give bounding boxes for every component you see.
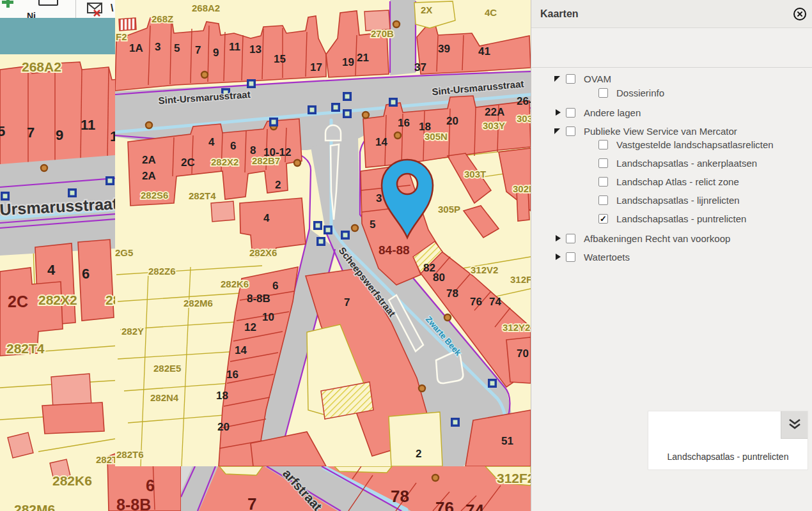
house-number-label: 10-12: [263, 146, 291, 158]
add-icon[interactable]: [1, 0, 14, 8]
parcel-code-label: 282T4: [189, 190, 216, 201]
layer-checkbox[interactable]: [598, 177, 608, 187]
survey-point-dot: [394, 132, 401, 139]
layer-label: Landschapsatlas - lijnrelicten: [616, 195, 740, 206]
parcel-code-label: 282K6: [52, 473, 92, 488]
parcel-code-label: 282Y: [121, 326, 144, 337]
layer-checkbox[interactable]: [598, 140, 608, 149]
house-number-label: 17: [310, 61, 322, 73]
house-number-label: 5: [370, 218, 375, 231]
parcel-code-label: 4C: [485, 7, 497, 18]
house-number-label: 78: [446, 287, 458, 300]
parcel-code-label: 282X2: [211, 156, 238, 167]
layer-tree-item[interactable]: Vastgestelde landschapsatlasrelicten: [598, 137, 774, 151]
panel-title: Kaarten: [540, 8, 579, 20]
survey-point-dot: [432, 475, 439, 481]
house-number-label: 4: [263, 212, 270, 224]
toolbar-divider: [75, 0, 76, 18]
layer-label: Landschap Atlas - relict zone: [616, 176, 739, 187]
map-viewport[interactable]: 268A2579111Ursmarusstraat462C282X228282T…: [0, 0, 531, 511]
close-icon[interactable]: [793, 7, 807, 21]
house-number-label: 74: [489, 296, 501, 308]
survey-point-dot: [363, 112, 369, 118]
survey-point-dot: [419, 385, 425, 392]
point-relict-marker[interactable]: [269, 118, 278, 126]
house-number-label: 2A: [142, 170, 156, 182]
point-relict-marker[interactable]: [316, 237, 325, 246]
house-number-label: 3: [376, 192, 382, 204]
mail-remove-icon[interactable]: [87, 1, 107, 18]
layer-checkbox[interactable]: [566, 108, 575, 118]
house-number-label: 84-88: [379, 243, 410, 257]
house-number-label: 2A: [142, 154, 156, 166]
parcel-code-label: 2X: [421, 4, 432, 15]
layer-tree-item[interactable]: OVAM: [554, 72, 611, 86]
house-number-label: 11: [81, 117, 95, 133]
tree-expand-arrow-icon[interactable]: [554, 234, 562, 242]
parcel-code-label: 282Z6: [148, 266, 176, 277]
rectangle-tool-icon[interactable]: [38, 0, 58, 6]
house-number-label: 8-8B: [247, 293, 270, 305]
survey-point-dot: [352, 225, 358, 231]
layer-tree-item[interactable]: Publieke View Service van Mercator: [554, 124, 737, 138]
house-number-label: 7: [344, 296, 350, 309]
tree-expand-arrow-icon[interactable]: [554, 109, 562, 116]
parcel-code-label: 282M6: [14, 502, 55, 511]
parcel-code-label: 312Y2: [503, 322, 530, 333]
survey-point-dot: [294, 160, 301, 166]
house-number-label: 6: [82, 266, 90, 282]
layer-tree-item[interactable]: Afbakeningen Recht van voorkoop: [554, 231, 730, 245]
layer-tree-item[interactable]: ✓Landschapsatlas - puntrelicten: [598, 211, 746, 225]
parcel-code-label: 268A2: [22, 59, 61, 74]
house-number-label: 18: [216, 390, 228, 402]
point-relict-marker[interactable]: [1, 192, 10, 201]
point-relict-marker[interactable]: [247, 79, 256, 88]
map-tile-bottom[interactable]: 7arfstraat787674312F2: [181, 466, 531, 511]
map-tile-main[interactable]: F2268Z268A2270B2X4C303Y303K305N303T302D3…: [115, 0, 531, 466]
point-relict-marker[interactable]: [313, 221, 322, 230]
tree-expand-arrow-icon[interactable]: [554, 253, 562, 261]
house-number-label: 41: [478, 45, 490, 57]
house-number-label: 70: [517, 347, 529, 360]
layer-checkbox[interactable]: [598, 88, 608, 98]
tree-collapse-arrow-icon[interactable]: [554, 127, 562, 135]
layer-checkbox[interactable]: [598, 195, 608, 205]
legend-box: Landschapsatlas - puntrelicten: [648, 411, 808, 470]
layer-checkbox[interactable]: [566, 126, 575, 136]
layer-checkbox[interactable]: [566, 252, 575, 262]
layer-tree-item[interactable]: Landschapsatlas - lijnrelicten: [598, 193, 740, 207]
layer-tree-item[interactable]: Landschap Atlas - relict zone: [598, 174, 739, 188]
point-relict-marker[interactable]: [488, 379, 497, 388]
house-number-label: 9: [56, 127, 63, 143]
point-relict-marker[interactable]: [324, 225, 332, 234]
parcel-code-label: 282K6: [221, 278, 249, 289]
parcel-code-label: 268A2: [192, 3, 220, 13]
point-relict-marker[interactable]: [308, 105, 316, 114]
point-relict-marker[interactable]: [341, 231, 350, 240]
legend-collapse-button[interactable]: [781, 411, 808, 439]
panel-divider: [531, 67, 812, 68]
layer-tree-item[interactable]: Dossierinfo: [598, 86, 664, 100]
survey-point-dot: [393, 21, 400, 27]
house-number-label: 4: [47, 262, 56, 278]
layer-checkbox[interactable]: [566, 74, 575, 84]
house-number-label: 19: [342, 56, 354, 68]
parcel-code-label: 305P: [438, 204, 460, 215]
point-relict-marker[interactable]: [343, 109, 352, 118]
tree-collapse-arrow-icon[interactable]: [554, 75, 562, 82]
house-number-label: 76: [435, 498, 454, 511]
toolbar-partial-label: Ni: [27, 11, 36, 18]
layer-tree-item[interactable]: Andere lagen: [554, 105, 641, 119]
layers-panel: Kaarten OVAMDossierinfoAndere lagenPubli…: [531, 0, 812, 511]
point-relict-marker[interactable]: [343, 92, 352, 101]
point-relict-marker[interactable]: [105, 176, 114, 185]
layer-tree-item[interactable]: Landschapsatlas - ankerplaatsen: [598, 156, 757, 170]
point-relict-marker[interactable]: [389, 98, 398, 107]
point-relict-marker[interactable]: [451, 418, 460, 427]
layer-checkbox[interactable]: [598, 158, 608, 168]
layer-label: Dossierinfo: [616, 88, 664, 98]
point-relict-marker[interactable]: [331, 103, 340, 112]
layer-checkbox[interactable]: [566, 234, 575, 243]
layer-tree-item[interactable]: Watertoets: [554, 250, 630, 264]
layer-checkbox-checked[interactable]: ✓: [598, 214, 608, 224]
